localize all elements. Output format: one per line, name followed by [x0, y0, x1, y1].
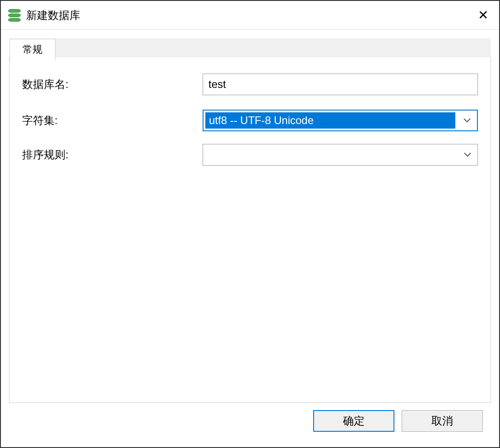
- tab-container: 常规 数据库名: 字符集: utf8 -- UTF-8 Unicode: [9, 57, 491, 403]
- charset-label: 字符集:: [22, 113, 203, 128]
- chevron-down-icon: [457, 118, 477, 123]
- charset-row: 字符集: utf8 -- UTF-8 Unicode: [22, 110, 478, 131]
- charset-dropdown[interactable]: utf8 -- UTF-8 Unicode: [203, 110, 478, 131]
- new-database-dialog: 新建数据库 ✕ 常规 数据库名: 字符集: utf8 --: [0, 0, 500, 448]
- tab-wrapper: 常规 数据库名: 字符集: utf8 -- UTF-8 Unicode: [9, 57, 491, 403]
- collation-dropdown[interactable]: [203, 144, 478, 166]
- database-name-input[interactable]: [203, 74, 478, 95]
- tab-header: 常规: [9, 38, 491, 57]
- ok-button[interactable]: 确定: [313, 410, 394, 432]
- dialog-footer: 确定 取消: [9, 403, 491, 439]
- tab-body: 数据库名: 字符集: utf8 -- UTF-8 Unicode: [9, 57, 491, 182]
- collation-row: 排序规则:: [22, 144, 478, 166]
- close-icon: ✕: [478, 8, 488, 22]
- close-button[interactable]: ✕: [474, 8, 492, 23]
- charset-value: utf8 -- UTF-8 Unicode: [205, 112, 455, 129]
- dialog-title: 新建数据库: [26, 8, 474, 23]
- titlebar: 新建数据库 ✕: [1, 1, 499, 30]
- cancel-button[interactable]: 取消: [402, 410, 483, 432]
- database-name-row: 数据库名:: [22, 74, 478, 95]
- chevron-down-icon: [458, 152, 477, 157]
- database-name-label: 数据库名:: [22, 77, 203, 92]
- collation-value: [205, 153, 456, 157]
- content-area: 常规 数据库名: 字符集: utf8 -- UTF-8 Unicode: [1, 30, 499, 447]
- database-icon: [8, 9, 21, 22]
- collation-label: 排序规则:: [22, 148, 203, 162]
- tab-general[interactable]: 常规: [9, 39, 56, 60]
